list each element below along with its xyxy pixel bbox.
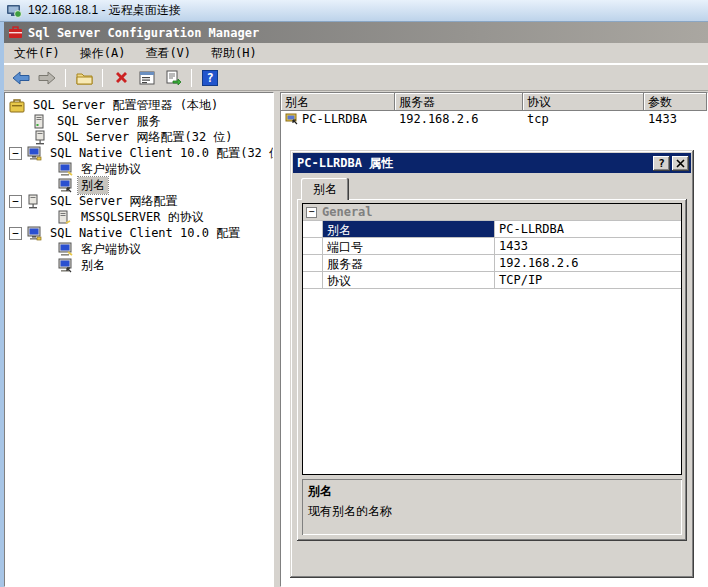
forward-button[interactable] xyxy=(36,67,58,89)
category-row-general[interactable]: − General xyxy=(303,204,681,221)
category-label: General xyxy=(322,205,373,219)
menu-view[interactable]: 查看(V) xyxy=(135,43,201,64)
properties-icon xyxy=(139,71,155,85)
tree-item-client-protocols-2[interactable]: 客户端协议 xyxy=(5,241,273,257)
cell-protocol[interactable]: tcp xyxy=(523,112,644,126)
property-row-protocol[interactable]: 协议 TCP/IP xyxy=(303,272,681,289)
cell-server[interactable]: 192.168.2.6 xyxy=(395,112,523,126)
property-name-alias[interactable]: 别名 xyxy=(323,221,495,237)
network-config-icon xyxy=(26,194,43,209)
alias-row-icon xyxy=(285,113,299,125)
grid-indent xyxy=(303,255,323,271)
alias-icon xyxy=(57,258,74,273)
collapse-expander[interactable]: − xyxy=(9,227,22,240)
property-description-box: 别名 现有别名的名称 xyxy=(302,479,682,535)
tree-item-client-protocols[interactable]: 客户端协议 xyxy=(5,161,273,177)
grid-indent xyxy=(303,272,323,288)
back-button[interactable] xyxy=(10,67,32,89)
dialog-help-button[interactable]: ? xyxy=(653,156,670,171)
property-name-server[interactable]: 服务器 xyxy=(323,255,495,271)
menu-file[interactable]: 文件(F) xyxy=(4,43,70,64)
tab-alias[interactable]: 别名 xyxy=(301,178,349,200)
grid-indent xyxy=(303,221,323,237)
column-header-protocol[interactable]: 协议 xyxy=(523,93,644,111)
app-titlebar[interactable]: Sql Server Configuration Manager xyxy=(4,22,708,43)
dialog-close-button[interactable] xyxy=(672,156,689,171)
toolbar-separator xyxy=(191,69,192,87)
red-toolbox-icon xyxy=(8,26,23,39)
tree-item-label[interactable]: MSSQLSERVER 的协议 xyxy=(78,209,207,226)
column-header-alias[interactable]: 别名 xyxy=(281,93,395,111)
property-name-protocol[interactable]: 协议 xyxy=(323,272,495,288)
tree-item-aliases-2[interactable]: 别名 xyxy=(5,257,273,273)
tree-item-label[interactable]: 客户端协议 xyxy=(78,161,144,178)
tree-item-label[interactable]: SQL Native Client 10.0 配置(32 位) xyxy=(47,145,274,162)
tree-item-label[interactable]: 别名 xyxy=(78,257,108,274)
config-manager-icon xyxy=(9,98,26,113)
table-row[interactable]: PC-LLRDBA 192.168.2.6 tcp 1433 xyxy=(281,111,707,127)
tree-item-root[interactable]: SQL Server 配置管理器 (本地) xyxy=(5,97,273,113)
tree-item-label[interactable]: SQL Server 配置管理器 (本地) xyxy=(30,97,221,114)
alias-properties-dialog: PC-LLRDBA 属性 ? 别名 − General 别名 PC-LLRDBA xyxy=(290,150,694,578)
menu-bar: 文件(F) 操作(A) 查看(V) 帮助(H) xyxy=(4,43,708,64)
tree-item-network-config[interactable]: − SQL Server 网络配置 xyxy=(5,193,273,209)
property-row-alias[interactable]: 别名 PC-LLRDBA xyxy=(303,221,681,238)
server-protocol-icon xyxy=(57,210,74,225)
tree-item-mssqlserver-protocols[interactable]: MSSQLSERVER 的协议 xyxy=(5,209,273,225)
rdp-title-text: 192.168.18.1 - 远程桌面连接 xyxy=(28,2,181,19)
client-protocol-icon xyxy=(57,242,74,257)
help-button[interactable]: ? xyxy=(199,67,221,89)
collapse-expander[interactable]: − xyxy=(9,147,22,160)
network-config-icon xyxy=(33,130,50,145)
property-name-port[interactable]: 端口号 xyxy=(323,238,495,254)
rdp-session: 192.168.18.1 - 远程桌面连接 Sql Server Configu… xyxy=(0,0,708,587)
column-header-server[interactable]: 服务器 xyxy=(395,93,523,111)
dialog-tab-page: − General 别名 PC-LLRDBA 端口号 1433 服务器 192.… xyxy=(297,199,687,541)
toolbar: ? xyxy=(4,64,708,91)
property-row-port[interactable]: 端口号 1433 xyxy=(303,238,681,255)
toolbar-separator xyxy=(65,69,66,87)
tree-item-label[interactable]: 别名 xyxy=(78,177,108,194)
cell-alias[interactable]: PC-LLRDBA xyxy=(281,112,395,126)
tree-item-label[interactable]: 客户端协议 xyxy=(78,241,144,258)
properties-button[interactable] xyxy=(136,67,158,89)
collapse-expander[interactable]: − xyxy=(9,195,22,208)
tree-item-label[interactable]: SQL Server 网络配置 xyxy=(47,193,180,210)
property-row-server[interactable]: 服务器 192.168.2.6 xyxy=(303,255,681,272)
client-protocol-icon xyxy=(57,162,74,177)
client-config-icon xyxy=(26,146,43,161)
category-collapse-expander[interactable]: − xyxy=(306,207,317,218)
property-grid[interactable]: − General 别名 PC-LLRDBA 端口号 1433 服务器 192.… xyxy=(302,203,682,475)
property-value-port[interactable]: 1433 xyxy=(495,238,681,254)
cell-param[interactable]: 1433 xyxy=(644,112,707,126)
tree-item-native-client[interactable]: − SQL Native Client 10.0 配置 xyxy=(5,225,273,241)
property-value-protocol[interactable]: TCP/IP xyxy=(495,272,681,288)
back-icon xyxy=(12,71,30,85)
grid-indent xyxy=(303,238,323,254)
show-console-tree-button[interactable] xyxy=(73,67,95,89)
dialog-titlebar[interactable]: PC-LLRDBA 属性 ? xyxy=(293,153,691,173)
delete-button[interactable] xyxy=(110,67,132,89)
column-header-param[interactable]: 参数 xyxy=(644,93,707,111)
app-title-text: Sql Server Configuration Manager xyxy=(28,26,259,40)
rdp-titlebar: 192.168.18.1 - 远程桌面连接 xyxy=(0,0,708,22)
menu-action[interactable]: 操作(A) xyxy=(70,43,136,64)
client-config-icon xyxy=(26,226,43,241)
tree-item-label[interactable]: SQL Server 服务 xyxy=(54,113,163,130)
property-value-alias[interactable]: PC-LLRDBA xyxy=(495,221,681,237)
console-tree-pane[interactable]: SQL Server 配置管理器 (本地) SQL Server 服务 xyxy=(4,92,274,587)
export-list-button[interactable] xyxy=(162,67,184,89)
tree-item-network-config-32[interactable]: SQL Server 网络配置(32 位) xyxy=(5,129,273,145)
tree-item-label[interactable]: SQL Server 网络配置(32 位) xyxy=(54,129,236,146)
tree-item-label[interactable]: SQL Native Client 10.0 配置 xyxy=(47,225,243,242)
menu-help[interactable]: 帮助(H) xyxy=(201,43,267,64)
description-text: 现有别名的名称 xyxy=(308,503,676,520)
alias-icon xyxy=(57,178,74,193)
property-value-server[interactable]: 192.168.2.6 xyxy=(495,255,681,271)
export-list-icon xyxy=(165,70,181,85)
tree-item-native-client-32[interactable]: − SQL Native Client 10.0 配置(32 位) xyxy=(5,145,273,161)
tree-item-sql-services[interactable]: SQL Server 服务 xyxy=(5,113,273,129)
remote-desktop-icon xyxy=(6,4,22,18)
server-icon xyxy=(33,114,50,129)
tree-item-aliases-selected[interactable]: 别名 xyxy=(5,177,273,193)
